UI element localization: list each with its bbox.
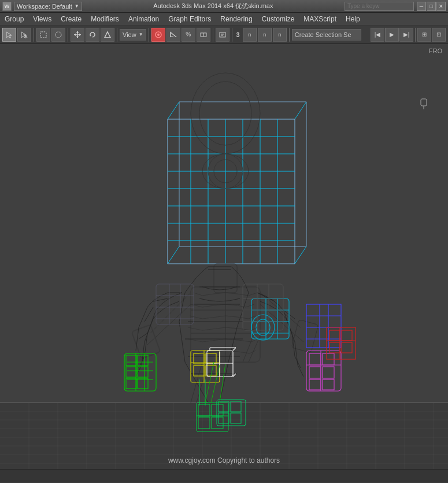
nav-extra-1[interactable]: ⊞ [417,28,431,42]
reference-dropdown[interactable]: View ▼ [120,29,146,40]
svg-marker-9 [74,34,76,36]
scale-button[interactable] [101,28,114,42]
nav-cluster: |◀ ▶ ▶| ⊞ ⊡ [371,28,446,42]
menu-rendering[interactable]: Rendering [216,13,257,25]
status-bar [0,469,448,482]
svg-marker-10 [79,34,81,36]
viewport[interactable]: FRO www.cgjoy.com Copyright to authors [0,44,448,469]
svg-marker-12 [105,32,110,38]
svg-point-14 [157,34,160,36]
workspace-label: Workspace: Default [17,3,72,10]
percent-icon: % [186,31,191,38]
nav-extra-2[interactable]: ⊡ [432,28,446,42]
app-title: Autodesk 3ds Max 2014 x64 优优skin.max [82,2,345,10]
menu-bar: Group Views Create Modifiers Animation G… [0,13,448,25]
menu-create[interactable]: Create [56,13,86,25]
snap-toggle-button[interactable] [151,28,165,42]
menu-help[interactable]: Help [341,13,365,25]
spinner-snap-button[interactable] [197,28,210,42]
menu-maxscript[interactable]: MAXScript [299,13,341,25]
num-btn1[interactable]: n [243,28,257,42]
menu-graph-editors[interactable]: Graph Editors [164,13,216,25]
toolbar-separator-7 [289,28,290,42]
circle-select-button[interactable] [51,28,65,42]
move-button[interactable] [71,28,84,42]
angle-snap-button[interactable] [166,28,180,42]
play-button[interactable]: ▶ [385,28,399,42]
next-frame-button[interactable]: ▶| [399,28,413,42]
toolbar-separator-6 [232,28,232,42]
nav-sep [415,28,416,42]
rect-select-button[interactable] [36,28,50,42]
watermark: www.cgjoy.com Copyright to authors [168,456,280,464]
viewport-canvas [0,44,448,469]
selection-input[interactable] [292,29,361,40]
menu-modifiers[interactable]: Modifiers [86,13,124,25]
menu-customize[interactable]: Customize [257,13,299,25]
svg-marker-11 [90,35,91,36]
toolbar-separator-5 [213,28,213,42]
svg-marker-8 [76,36,79,38]
percent-snap-button[interactable]: % [182,28,195,42]
menu-views[interactable]: Views [28,13,56,25]
close-button[interactable]: ✕ [436,2,446,11]
svg-point-4 [55,32,61,38]
viewport-label: FRO [429,47,442,54]
svg-marker-7 [76,31,79,33]
reference-label: View [123,31,136,38]
svg-rect-3 [40,32,46,38]
toolbar-separator-3 [117,28,117,42]
number-label: 3 [235,31,242,38]
search-input[interactable] [345,2,414,11]
workspace-dropdown[interactable]: Workspace: Default ▼ [14,2,82,11]
toolbar-separator-4 [149,28,149,42]
workspace-arrow-icon: ▼ [75,3,79,9]
edit-named-button[interactable] [216,28,229,42]
reference-arrow-icon: ▼ [139,32,143,37]
prev-frame-button[interactable]: |◀ [371,28,384,42]
maximize-button[interactable]: □ [427,2,436,11]
title-bar: W Workspace: Default ▼ Autodesk 3ds Max … [0,0,448,13]
window-controls: ─ □ ✕ [416,2,446,11]
toolbar-separator-2 [68,28,68,42]
num-btn2[interactable]: n [258,28,272,42]
menu-animation[interactable]: Animation [124,13,164,25]
menu-group[interactable]: Group [0,13,28,25]
select-tool-button[interactable] [2,28,16,42]
rotate-button[interactable] [86,28,99,42]
toolbar-separator-1 [34,28,34,42]
num-btn3[interactable]: n [273,28,287,42]
toolbar: View ▼ % 3 n n n |◀ ▶ ▶| ⊞ ⊡ [0,25,448,44]
window-icon: W [2,2,12,11]
svg-marker-0 [6,32,12,38]
minimize-button[interactable]: ─ [417,2,426,11]
select-move-button[interactable] [17,28,31,42]
svg-rect-17 [220,32,225,37]
